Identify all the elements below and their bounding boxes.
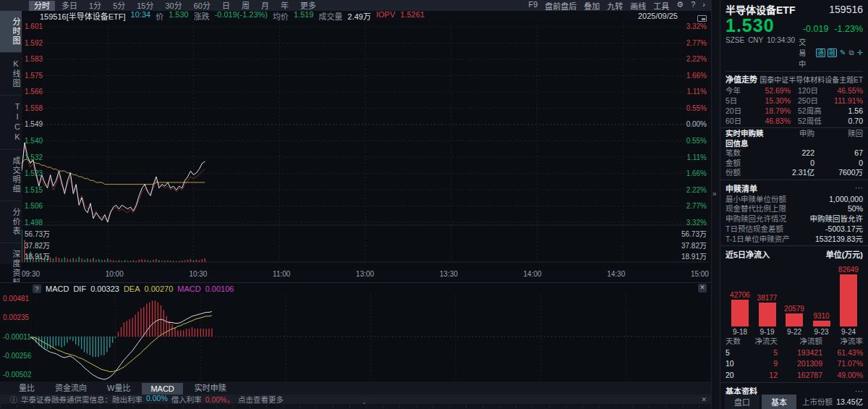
right-quote-panel: 半导体设备ETF 159516 1.530 -0.019 -1.23% SZSE… xyxy=(720,0,868,409)
macd-axis-label: -0.00011 xyxy=(3,333,27,341)
sidebar-view-item[interactable]: 分价表 xyxy=(0,201,22,243)
panel-tab[interactable]: 盘口 xyxy=(725,395,760,409)
flow-bar xyxy=(786,313,803,326)
period-tab[interactable]: 更多 xyxy=(295,1,321,11)
macd-axis-label: -0.00502 xyxy=(3,371,27,379)
notice-segment: 华泰证券融券通供需信息：融出利率 xyxy=(21,394,142,405)
quote-action-icons: 通融 ✎ ⧉ ✛ xyxy=(816,49,863,57)
flow-table-row: 55 19342161.43% xyxy=(726,347,863,359)
period-tab[interactable]: 5分 xyxy=(108,1,130,11)
macd-header-value: 0.00270 xyxy=(145,284,174,293)
panel-collapse-gutter: » xyxy=(711,0,720,409)
flow-table-row: 2012 16278749.00% xyxy=(726,370,863,381)
period-tab[interactable]: 年 xyxy=(276,1,294,11)
chart-tool-button[interactable]: F9 xyxy=(528,0,537,12)
creation-list-row: T-1日单位申赎资产1532139.83元 xyxy=(726,235,863,245)
quote-info-segment: 10:34 xyxy=(131,10,151,22)
eligibility-badge: 通 xyxy=(816,49,825,57)
sidebar-view-item[interactable]: 成交明细 xyxy=(0,150,22,201)
overlay-icon[interactable]: ⧉ xyxy=(848,49,854,57)
period-tab[interactable]: 周 xyxy=(237,1,255,11)
chevron-up-icon[interactable]: ⌃ xyxy=(362,402,367,408)
sidebar-view-item[interactable]: K线图 xyxy=(0,53,22,96)
notice-segment: 借入利率 xyxy=(171,394,202,405)
bottom-mini-strip: ⌃ xyxy=(0,404,711,409)
chart-tool-button[interactable]: 叠加 xyxy=(584,0,600,12)
indicator-tab[interactable]: 量比 xyxy=(10,380,43,395)
quote-info-segment: 159516[半导体设备ETF] xyxy=(40,10,126,22)
add-icon[interactable]: ✛ xyxy=(857,49,863,56)
nav-performance-row: 今年52.69% 120日46.55% xyxy=(726,85,863,96)
notice-segment: 点击查看更多 xyxy=(238,394,284,405)
more-icon[interactable]: ⋯ xyxy=(855,183,863,193)
realtime-data-row: 金额00 xyxy=(726,159,863,169)
indicator-tab[interactable]: MACD xyxy=(142,383,182,395)
realtime-header-row: 实时申购赎回信息 申购 赎回 xyxy=(726,129,863,148)
chart-tool-button[interactable]: › xyxy=(702,0,705,12)
time-axis-label: 15:00 xyxy=(691,270,709,280)
chart-tool-button[interactable]: 盘前盘后 xyxy=(545,0,576,12)
flow-bar-column: 826499-24 xyxy=(835,266,861,336)
edit-icon[interactable]: ✎ xyxy=(840,49,846,56)
chart-tool-button[interactable]: 九转 xyxy=(607,0,623,12)
tracked-fund-name: 国泰中证半导体材料设备主题ET xyxy=(760,74,863,85)
period-tab[interactable]: 60分 xyxy=(189,1,216,11)
flow-bar-date: 9-19 xyxy=(760,328,774,336)
flow-bar-value: 82649 xyxy=(838,266,859,274)
macd-header-value: 0.00323 xyxy=(90,284,119,293)
more-icon[interactable]: ⋯ xyxy=(855,387,863,396)
notice-bar[interactable]: ⓘ 华泰证券融券通供需信息：融出利率0.00%借入利率0.00%，点击查看更多 … xyxy=(0,395,711,404)
flow-bar xyxy=(840,274,857,326)
flow-bar-column: 205799-22 xyxy=(781,305,807,336)
close-icon[interactable]: ✕ xyxy=(698,284,707,292)
eligibility-badge: 融 xyxy=(827,49,837,57)
panel-tab[interactable]: 基本 xyxy=(762,395,796,409)
indicator-tab[interactable]: W量比 xyxy=(98,380,139,395)
period-tab[interactable]: 15分 xyxy=(132,1,158,11)
flow-table-header-cell: 天数 xyxy=(726,336,754,347)
period-tab[interactable]: 日 xyxy=(217,1,235,11)
period-tab[interactable]: 1分 xyxy=(84,1,106,11)
flow-unit-label: 单位(万元) xyxy=(826,248,863,260)
flow-table-row: 109 20130971.07% xyxy=(726,358,863,370)
price-change: -0.019 -1.23% xyxy=(803,24,863,34)
flow-bar-date: 9-22 xyxy=(787,328,801,336)
sidebar-view-item[interactable]: 分时图 xyxy=(0,11,22,53)
close-icon[interactable]: ✕ xyxy=(701,396,707,403)
help-icon[interactable]: ? xyxy=(33,284,41,293)
chart-tool-button[interactable]: ⚙ xyxy=(676,0,684,12)
nav-performance-row: 60日46.83% 52周低0.70 xyxy=(726,116,863,126)
chart-tool-button[interactable]: 画线 xyxy=(630,0,646,12)
sidebar-view-item[interactable]: TICK xyxy=(0,96,22,150)
indicator-tab[interactable]: 资金流向 xyxy=(46,380,95,395)
picture-in-picture-icon[interactable] xyxy=(697,15,707,22)
chart-tool-button[interactable]: ? xyxy=(691,0,695,12)
flow-bar xyxy=(731,300,749,326)
flow-bar-date: 9-24 xyxy=(841,328,856,336)
time-axis-label: 10:30 xyxy=(189,270,207,280)
flow-table-header-cell: 净流天 xyxy=(754,336,778,347)
macd-axis-label: 0.00235 xyxy=(3,313,27,321)
indicator-tab[interactable]: 实时申赎 xyxy=(186,380,235,395)
info-icon: ⓘ xyxy=(10,394,17,405)
time-axis-label: 09:30 xyxy=(22,270,40,280)
indicator-tabs: 量比资金流向W量比MACD实时申赎 xyxy=(0,381,711,395)
period-tab[interactable]: 多日 xyxy=(56,1,82,11)
macd-header-value: MACD xyxy=(46,284,69,293)
trading-app-window: 分时多日1分5分15分30分60分日周月年更多 F9盘前盘后叠加九转画线工具⚙?… xyxy=(0,0,868,409)
period-tab[interactable]: 分时 xyxy=(29,1,55,11)
flow-table-header-cell: 净流额 xyxy=(778,336,822,347)
flow-bar-value: 42706 xyxy=(730,291,750,299)
quote-info-row: 159516[半导体设备ETF]10:34价1.530涨跌-0.019(-1.2… xyxy=(0,11,711,21)
period-tab[interactable]: 30分 xyxy=(161,1,187,11)
period-tab[interactable]: 月 xyxy=(256,1,274,11)
time-axis-label: 14:30 xyxy=(607,270,625,280)
market-status-segment: SZSE xyxy=(726,36,744,69)
nav-performance-row: 20日18.79% 52周高1.56 xyxy=(726,106,863,116)
chart-tool-button[interactable]: 工具 xyxy=(653,0,669,12)
panel-bottom-tabs: 盘口基本 xyxy=(720,395,796,409)
time-axis-label: 13:00 xyxy=(356,270,374,280)
quote-info-segment: 1.519 xyxy=(294,10,314,22)
collapse-arrow-icon[interactable]: » xyxy=(712,190,717,198)
security-name: 半导体设备ETF xyxy=(726,2,795,17)
